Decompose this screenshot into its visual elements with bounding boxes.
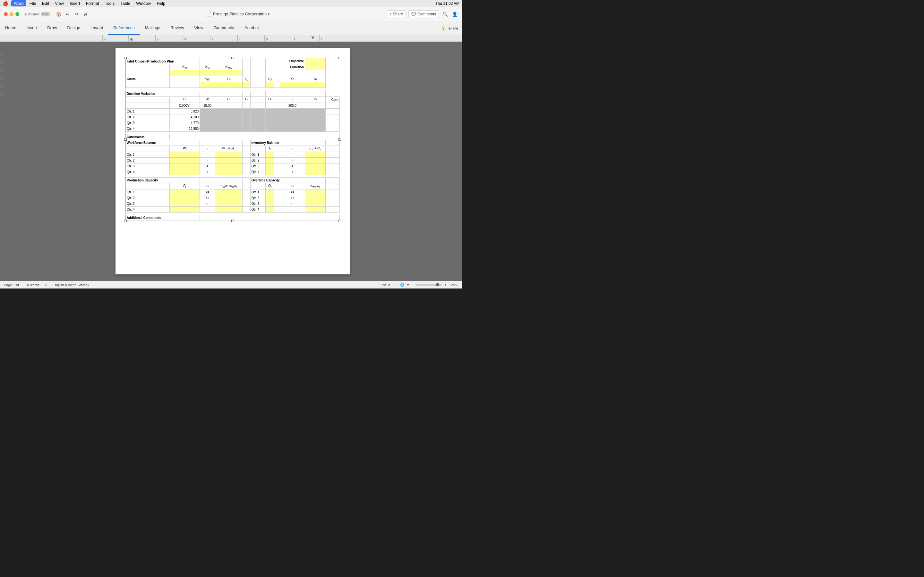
qtr3-it[interactable] [280, 120, 305, 126]
qtr4-lt[interactable] [242, 126, 250, 132]
qtr1-cost[interactable] [326, 109, 340, 114]
wf-qtr3-formula[interactable] [215, 163, 242, 169]
tab-design[interactable]: Design [62, 21, 86, 35]
oc-qtr4-formula[interactable] [305, 207, 326, 213]
focus-button[interactable]: Focus [381, 283, 391, 287]
inv-qtr4-it[interactable] [265, 169, 274, 175]
oc-qtr1-ot[interactable] [265, 189, 274, 195]
qtr1-c1[interactable] [250, 109, 265, 114]
qtr3-c1[interactable] [250, 120, 265, 126]
autosave-toggle[interactable]: AutoSave OFF [24, 12, 50, 16]
qtr3-c2[interactable] [274, 120, 280, 126]
qtr4-c2[interactable] [274, 126, 280, 132]
qtr2-lt[interactable] [242, 114, 250, 120]
menu-view[interactable]: View [52, 0, 66, 6]
view-icon-web[interactable]: 🌐 [400, 283, 405, 287]
pc-qtr1-pt[interactable] [170, 189, 200, 195]
menu-window[interactable]: Window [134, 0, 153, 6]
tab-draw[interactable]: Draw [42, 21, 62, 35]
home-icon[interactable]: 🏠 [55, 11, 62, 18]
co-input[interactable] [265, 82, 274, 88]
qtr4-cost[interactable] [326, 126, 340, 132]
wf-qtr2-wt[interactable] [170, 158, 200, 163]
handle-tc[interactable] [231, 57, 234, 59]
function-value[interactable] [305, 64, 326, 70]
tab-home[interactable]: Home [0, 21, 21, 35]
ko-input[interactable] [200, 70, 215, 76]
tab-acrobat[interactable]: Acrobat [239, 21, 264, 35]
wf-qtr1-wt[interactable] [170, 152, 200, 158]
qtr2-it[interactable] [280, 114, 305, 120]
zoom-thumb[interactable] [436, 283, 439, 286]
qtr2-ht[interactable] [215, 114, 242, 120]
maximize-button[interactable] [15, 12, 19, 16]
cl-input[interactable] [242, 82, 250, 88]
handle-tr[interactable] [338, 57, 341, 59]
tab-mailings[interactable]: Mailings [140, 21, 166, 35]
ch-input[interactable] [215, 82, 242, 88]
handle-mr[interactable] [338, 138, 341, 141]
inv-qtr1-it[interactable] [265, 152, 274, 158]
autosave-track[interactable]: OFF [41, 12, 50, 16]
kwo-input[interactable] [215, 70, 242, 76]
proofing-icon[interactable]: ✓ [45, 283, 47, 287]
qtr1-ht[interactable] [215, 109, 242, 114]
qtr1-pt[interactable] [305, 109, 326, 114]
spreadsheet-table[interactable]: Intel Chips--Production Plan Objective [125, 58, 340, 221]
oc-qtr2-ot[interactable] [265, 195, 274, 201]
wf-qtr2-formula[interactable] [215, 158, 242, 163]
qtr4-ht[interactable] [215, 126, 242, 132]
zoom-out-icon[interactable]: − [412, 283, 414, 287]
objective-value[interactable] [305, 58, 326, 64]
inv-qtr3-it[interactable] [265, 163, 274, 169]
page-area[interactable]: Intel Chips--Production Plan Objective [3, 42, 462, 281]
handle-bc[interactable] [231, 219, 234, 222]
qtr3-ot[interactable] [265, 120, 274, 126]
cp-input[interactable] [305, 82, 326, 88]
qtr4-c1[interactable] [250, 126, 265, 132]
qtr1-it[interactable] [280, 109, 305, 114]
qtr1-ot[interactable] [265, 109, 274, 114]
pc-qtr4-pt[interactable] [170, 207, 200, 213]
menu-edit[interactable]: Edit [39, 0, 52, 6]
wf-qtr1-formula[interactable] [215, 152, 242, 158]
qtr4-wt[interactable] [200, 126, 215, 132]
tab-references[interactable]: References [108, 21, 140, 35]
oc-qtr3-ot[interactable] [265, 201, 274, 207]
handle-ml[interactable] [124, 138, 127, 141]
menu-format[interactable]: Format [83, 0, 102, 6]
qtr3-ht[interactable] [215, 120, 242, 126]
tab-grammarly[interactable]: Grammarly [208, 21, 239, 35]
tell-me-label[interactable]: Tell me [447, 26, 458, 30]
pc-qtr3-formula[interactable] [215, 201, 242, 207]
search-icon[interactable]: 🔍 [441, 11, 449, 18]
handle-tl[interactable] [124, 57, 127, 59]
cw-input[interactable] [200, 82, 215, 88]
oc-qtr2-formula[interactable] [305, 195, 326, 201]
dropdown-icon[interactable]: ▾ [268, 12, 270, 16]
qtr2-ot[interactable] [265, 114, 274, 120]
inv-qtr2-it[interactable] [265, 158, 274, 163]
share-button[interactable]: ↑ Share [387, 10, 406, 18]
qtr2-pt[interactable] [305, 114, 326, 120]
inv-qtr4-formula[interactable] [305, 169, 326, 175]
qtr1-lt[interactable] [242, 109, 250, 114]
kw-input[interactable] [170, 70, 200, 76]
handle-br[interactable] [338, 219, 341, 222]
menu-word[interactable]: Word [11, 0, 26, 6]
tab-review[interactable]: Review [165, 21, 189, 35]
qtr1-wt[interactable] [200, 109, 215, 114]
qtr2-c1[interactable] [250, 114, 265, 120]
oc-qtr1-formula[interactable] [305, 189, 326, 195]
inv-qtr3-formula[interactable] [305, 163, 326, 169]
menu-insert[interactable]: Insert [67, 0, 83, 6]
qtr4-pt[interactable] [305, 126, 326, 132]
pc-qtr1-formula[interactable] [215, 189, 242, 195]
comments-button[interactable]: 💬 Comments [409, 10, 439, 18]
view-icon-print[interactable]: 📄 [393, 283, 397, 287]
qtr2-cost[interactable] [326, 114, 340, 120]
qtr3-wt[interactable] [200, 120, 215, 126]
qtr3-lt[interactable] [242, 120, 250, 126]
view-icon-outline[interactable]: ≡ [407, 283, 409, 287]
menu-tools[interactable]: Tools [102, 0, 117, 6]
